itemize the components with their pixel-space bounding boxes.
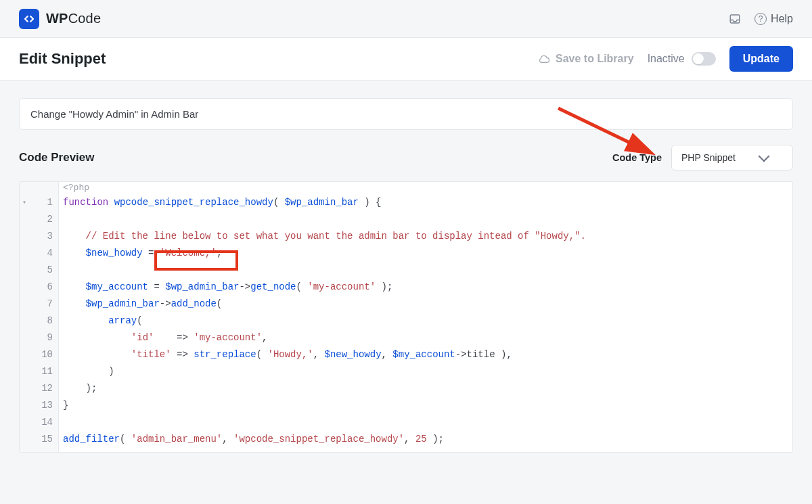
status-group: Inactive (648, 52, 716, 66)
editor-code[interactable]: <?phpfunction wpcode_snippet_replace_how… (59, 182, 792, 452)
help-icon: ? (754, 13, 767, 25)
content: Code Preview Code Type PHP Snippet 12345… (0, 81, 812, 480)
help-label: Help (771, 13, 793, 25)
gutter-line-number: 10 (29, 346, 53, 363)
code-editor[interactable]: 123456789101112131415 <?phpfunction wpco… (19, 181, 793, 453)
code-line[interactable]: ); (63, 380, 786, 397)
gutter-line-number: 2 (29, 211, 53, 228)
active-toggle[interactable] (692, 52, 716, 66)
gutter-line-number: 6 (29, 279, 53, 296)
editor-gutter: 123456789101112131415 (20, 182, 59, 452)
brand-logo-icon (19, 9, 39, 29)
gutter-line-number: 1 (29, 194, 53, 211)
gutter-line-number: 5 (29, 262, 53, 279)
update-button[interactable]: Update (729, 46, 793, 72)
brand: WPCode (19, 9, 101, 29)
code-line[interactable]: 'id' => 'my-account', (63, 329, 786, 346)
gutter-line-number: 3 (29, 228, 53, 245)
save-to-library-label: Save to Library (556, 53, 634, 65)
gutter-line-number: 7 (29, 296, 53, 313)
code-line[interactable]: // Edit the line below to set what you w… (63, 228, 786, 245)
preview-row: Code Preview Code Type PHP Snippet (19, 145, 793, 170)
code-line[interactable]: array( (63, 313, 786, 329)
code-line[interactable] (63, 262, 786, 279)
topbar-right: ? Help (729, 13, 793, 25)
code-line[interactable]: 'title' => str_replace( 'Howdy,', $new_h… (63, 346, 786, 363)
cloud-icon (538, 53, 550, 65)
code-line[interactable] (63, 414, 786, 431)
code-preview-label: Code Preview (19, 151, 95, 164)
page-header: Edit Snippet Save to Library Inactive Up… (0, 38, 812, 81)
code-line[interactable] (63, 211, 786, 228)
code-line[interactable]: } (63, 397, 786, 414)
status-label: Inactive (648, 53, 685, 65)
code-line[interactable]: add_filter( 'admin_bar_menu', 'wpcode_sn… (63, 431, 786, 448)
gutter-line-number: 11 (29, 363, 53, 380)
page-title: Edit Snippet (19, 50, 106, 68)
brand-name-thin: Code (68, 11, 102, 26)
gutter-line-number: 4 (29, 245, 53, 262)
code-line[interactable]: function wpcode_snippet_replace_howdy( $… (63, 194, 786, 211)
code-type-label: Code Type (612, 152, 662, 163)
inbox-icon[interactable] (729, 13, 741, 25)
code-line[interactable]: $my_account = $wp_admin_bar->get_node( '… (63, 279, 786, 296)
code-line[interactable]: $wp_admin_bar->add_node( (63, 296, 786, 313)
code-type-group: Code Type PHP Snippet (612, 145, 793, 170)
gutter-line-number: 9 (29, 329, 53, 346)
code-line[interactable]: $new_howdy = 'Welcome,'; (63, 245, 786, 262)
code-type-selected: PHP Snippet (681, 152, 736, 163)
gutter-line-number: 8 (29, 313, 53, 329)
code-line[interactable]: ) (63, 363, 786, 380)
brand-name-bold: WP (46, 11, 68, 26)
code-type-select[interactable]: PHP Snippet (671, 145, 793, 170)
topbar: WPCode ? Help (0, 0, 812, 38)
chevron-down-icon (759, 151, 770, 162)
gutter-line-number: 14 (29, 414, 53, 431)
help-link[interactable]: ? Help (754, 13, 793, 25)
header-actions: Save to Library Inactive Update (538, 46, 793, 72)
gutter-line-number: 13 (29, 397, 53, 414)
gutter-line-number: 15 (29, 431, 53, 448)
brand-name: WPCode (46, 11, 101, 26)
save-to-library-button[interactable]: Save to Library (538, 53, 634, 65)
gutter-line-number: 12 (29, 380, 53, 397)
snippet-title-input[interactable] (19, 98, 793, 130)
